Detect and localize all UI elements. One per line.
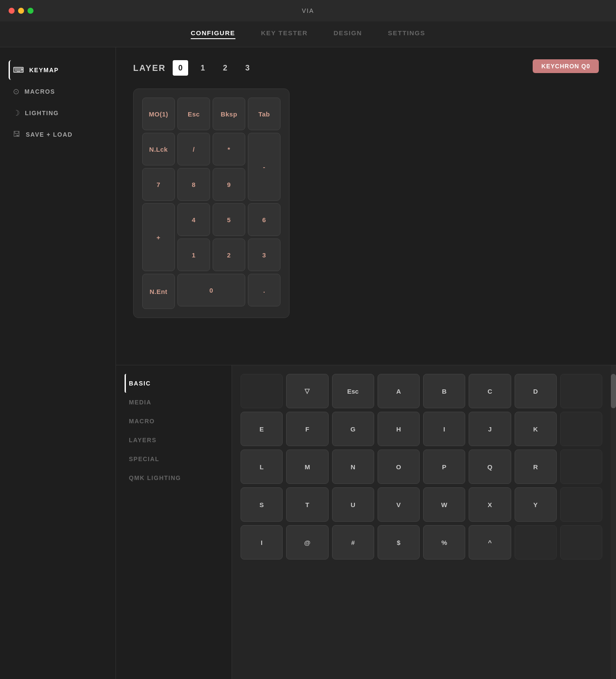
grid-key-m[interactable]: M	[286, 450, 328, 484]
grid-key-y[interactable]: Y	[515, 487, 557, 522]
grid-key-percent[interactable]: %	[423, 525, 465, 560]
macros-icon: ⊙	[13, 87, 19, 96]
keyboard-area: LAYER 0 1 2 3 KEYCHRON Q0 MO(1) Esc Bksp…	[116, 47, 616, 365]
grid-key-x[interactable]: X	[469, 487, 511, 522]
category-qmk-lighting[interactable]: QMK LIGHTING	[125, 468, 223, 487]
key-3[interactable]: 3	[248, 239, 281, 271]
layer-1[interactable]: 1	[195, 60, 210, 76]
minimize-dot[interactable]	[18, 8, 24, 14]
grid-key-n[interactable]: N	[332, 450, 374, 484]
tab-settings[interactable]: SETTINGS	[388, 29, 425, 39]
key-4[interactable]: 4	[177, 203, 210, 236]
app-title: VIA	[302, 7, 314, 14]
grid-key-p[interactable]: P	[423, 450, 465, 484]
close-dot[interactable]	[9, 8, 15, 14]
grid-key-esc[interactable]: Esc	[332, 374, 374, 408]
key-nlck[interactable]: N.Lck	[142, 133, 175, 165]
sidebar-item-lighting[interactable]: ☽ LIGHTING	[9, 103, 107, 123]
grid-key-h[interactable]: H	[378, 412, 420, 446]
grid-key-empty-2	[560, 374, 602, 408]
grid-key-i2[interactable]: I	[241, 525, 283, 560]
grid-key-empty-6	[515, 525, 557, 560]
titlebar: VIA	[0, 0, 616, 21]
grid-key-l[interactable]: L	[241, 450, 283, 484]
layer-2[interactable]: 2	[217, 60, 233, 76]
grid-key-empty-7	[560, 525, 602, 560]
sidebar-item-save-load[interactable]: 🖫 SAVE + LOAD	[9, 125, 107, 144]
key-0[interactable]: 0	[177, 274, 245, 306]
key-tab[interactable]: Tab	[248, 98, 281, 130]
scrollbar-track[interactable]	[611, 365, 616, 679]
grid-key-w[interactable]: W	[423, 487, 465, 522]
category-layers[interactable]: LAYERS	[125, 431, 223, 450]
grid-key-trns[interactable]: ▽	[286, 374, 328, 408]
grid-key-k[interactable]: K	[515, 412, 557, 446]
key-slash[interactable]: /	[177, 133, 210, 165]
key-bksp[interactable]: Bksp	[213, 98, 245, 130]
grid-key-o[interactable]: O	[378, 450, 420, 484]
bottom-panel: BASIC MEDIA MACRO LAYERS SPECIAL QMK LIG…	[116, 365, 616, 679]
lighting-icon: ☽	[13, 108, 20, 118]
device-badge: KEYCHRON Q0	[533, 59, 599, 73]
sidebar-item-keymap[interactable]: ⌨ KEYMAP	[9, 60, 107, 80]
grid-key-u[interactable]: U	[332, 487, 374, 522]
grid-key-empty-1	[241, 374, 283, 408]
grid-key-f[interactable]: F	[286, 412, 328, 446]
grid-key-b[interactable]: B	[423, 374, 465, 408]
grid-key-d[interactable]: D	[515, 374, 557, 408]
keyboard-icon: ⌨	[13, 65, 24, 75]
tab-key-tester[interactable]: KEY TESTER	[261, 29, 308, 39]
numpad-grid: MO(1) Esc Bksp Tab N.Lck / * - 7 8 9 +	[142, 98, 281, 309]
key-7[interactable]: 7	[142, 168, 175, 201]
layer-0[interactable]: 0	[173, 60, 188, 76]
tab-design[interactable]: DESIGN	[333, 29, 362, 39]
key-5[interactable]: 5	[213, 203, 245, 236]
grid-key-empty-5	[560, 487, 602, 522]
category-media[interactable]: MEDIA	[125, 393, 223, 412]
grid-key-at[interactable]: @	[286, 525, 328, 560]
key-1[interactable]: 1	[177, 239, 210, 271]
key-categories: BASIC MEDIA MACRO LAYERS SPECIAL QMK LIG…	[116, 365, 232, 679]
numpad-container: MO(1) Esc Bksp Tab N.Lck / * - 7 8 9 +	[133, 89, 290, 318]
grid-key-q[interactable]: Q	[469, 450, 511, 484]
main-layout: ⌨ KEYMAP ⊙ MACROS ☽ LIGHTING 🖫 SAVE + LO…	[0, 47, 616, 679]
layer-3[interactable]: 3	[240, 60, 255, 76]
key-dot[interactable]: .	[248, 274, 281, 306]
sidebar-label-macros: MACROS	[24, 88, 55, 95]
key-6[interactable]: 6	[248, 203, 281, 236]
key-nent[interactable]: N.Ent	[142, 274, 175, 309]
grid-key-s[interactable]: S	[241, 487, 283, 522]
grid-key-hash[interactable]: #	[332, 525, 374, 560]
key-grid-wrapper: ▽ Esc A B C D E F G H I J K	[232, 365, 616, 679]
grid-key-i[interactable]: I	[423, 412, 465, 446]
grid-key-a[interactable]: A	[378, 374, 420, 408]
key-asterisk[interactable]: *	[213, 133, 245, 165]
grid-key-j[interactable]: J	[469, 412, 511, 446]
grid-key-r[interactable]: R	[515, 450, 557, 484]
key-8[interactable]: 8	[177, 168, 210, 201]
grid-key-caret[interactable]: ^	[469, 525, 511, 560]
grid-key-g[interactable]: G	[332, 412, 374, 446]
scrollbar-thumb[interactable]	[611, 374, 616, 408]
key-9[interactable]: 9	[213, 168, 245, 201]
grid-key-e[interactable]: E	[241, 412, 283, 446]
grid-key-dollar[interactable]: $	[378, 525, 420, 560]
tab-configure[interactable]: CONFIGURE	[191, 29, 235, 39]
key-mo1[interactable]: MO(1)	[142, 98, 175, 130]
key-minus[interactable]: -	[248, 133, 281, 201]
grid-key-v[interactable]: V	[378, 487, 420, 522]
content-area: LAYER 0 1 2 3 KEYCHRON Q0 MO(1) Esc Bksp…	[116, 47, 616, 679]
key-esc[interactable]: Esc	[177, 98, 210, 130]
window-controls	[9, 8, 34, 14]
sidebar-item-macros[interactable]: ⊙ MACROS	[9, 82, 107, 101]
category-basic[interactable]: BASIC	[125, 374, 223, 393]
maximize-dot[interactable]	[27, 8, 34, 14]
key-2[interactable]: 2	[213, 239, 245, 271]
grid-key-c[interactable]: C	[469, 374, 511, 408]
category-special[interactable]: SPECIAL	[125, 450, 223, 468]
nav-tabs: CONFIGURE KEY TESTER DESIGN SETTINGS	[0, 21, 616, 47]
layer-selector: LAYER 0 1 2 3	[133, 60, 599, 76]
grid-key-t[interactable]: T	[286, 487, 328, 522]
key-plus[interactable]: +	[142, 203, 175, 271]
category-macro[interactable]: MACRO	[125, 412, 223, 431]
